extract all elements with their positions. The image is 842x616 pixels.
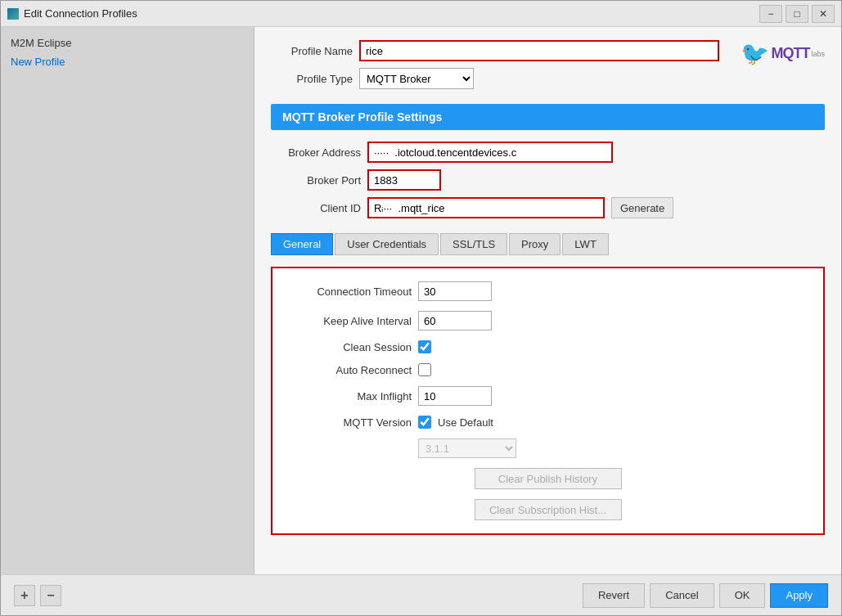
broker-section: Broker Address Broker Port Client ID Gen… [271,142,825,218]
generate-button[interactable]: Generate [611,197,673,218]
auto-reconnect-checkbox[interactable] [418,363,431,376]
connection-timeout-row: Connection Timeout [289,281,807,301]
sidebar: M2M Eclipse New Profile [1,27,254,574]
mqtt-bird-icon: 🐦 [741,40,769,67]
clear-subscription-row: Clear Subscription Hist... [289,499,807,520]
apply-button[interactable]: Apply [770,583,828,608]
sidebar-item-new-profile[interactable]: New Profile [1,52,254,71]
remove-profile-button[interactable]: − [40,585,61,606]
revert-button[interactable]: Revert [583,583,645,608]
profile-type-label: Profile Type [271,73,353,85]
maximize-button[interactable]: □ [786,5,808,23]
keep-alive-label: Keep Alive Interval [289,315,412,327]
max-inflight-row: Max Inflight [289,386,807,406]
client-id-row: Client ID Generate [271,197,825,218]
mqtt-version-select[interactable]: 3.1.1 [418,438,516,458]
auto-reconnect-label: Auto Reconnect [289,364,412,376]
ok-button[interactable]: OK [719,583,766,608]
tabs-row: General User Credentials SSL/TLS Proxy L… [271,233,825,255]
connection-timeout-input[interactable] [418,281,492,301]
minimize-button[interactable]: − [759,5,782,23]
broker-address-row: Broker Address [271,142,825,163]
window-controls: − □ ✕ [759,5,835,23]
profile-type-row: Profile Type MQTT Broker [271,68,825,89]
tab-ssl-tls[interactable]: SSL/TLS [440,233,507,255]
bottom-bar: + − Revert Cancel OK Apply [1,574,841,615]
clear-publish-button[interactable]: Clear Publish History [475,468,622,489]
sidebar-item-m2m-eclipse[interactable]: M2M Eclipse [1,34,254,52]
mqtt-version-select-row: 3.1.1 [289,438,807,458]
mqtt-version-label: MQTT Version [289,416,412,429]
clean-session-label: Clean Session [289,341,412,353]
add-profile-button[interactable]: + [14,585,35,606]
mqtt-version-use-default-label: Use Default [438,416,493,429]
profile-name-input[interactable] [359,40,719,61]
keep-alive-row: Keep Alive Interval [289,311,807,330]
window-title: Edit Connection Profiles [24,7,759,20]
mqtt-version-row: MQTT Version Use Default [289,416,807,429]
broker-port-label: Broker Port [271,174,361,187]
max-inflight-label: Max Inflight [289,390,412,402]
main-panel: Profile Name Profile Type MQTT Broker 🐦 … [254,27,841,574]
main-window: Edit Connection Profiles − □ ✕ M2M Eclip… [0,0,842,616]
broker-port-row: Broker Port [271,169,825,191]
clear-publish-row: Clear Publish History [289,468,807,489]
broker-address-input[interactable] [367,142,613,163]
broker-section-header: MQTT Broker Profile Settings [271,104,825,130]
title-bar: Edit Connection Profiles − □ ✕ [1,1,841,27]
tab-general[interactable]: General [271,233,333,255]
mqtt-logo: 🐦 MQTT labs [741,40,825,67]
connection-timeout-label: Connection Timeout [289,286,412,298]
profile-type-select[interactable]: MQTT Broker [359,68,474,89]
clean-session-checkbox[interactable] [418,340,431,353]
auto-reconnect-row: Auto Reconnect [289,363,807,376]
broker-address-label: Broker Address [271,146,361,159]
window-icon [7,8,19,20]
tab-lwt[interactable]: LWT [562,233,608,255]
general-settings-box: Connection Timeout Keep Alive Interval C… [271,267,825,535]
bottom-right-controls: Revert Cancel OK Apply [583,583,828,608]
client-id-input[interactable] [367,197,605,218]
profile-header: Profile Name Profile Type MQTT Broker 🐦 … [271,40,825,89]
keep-alive-input[interactable] [418,311,492,330]
tab-user-credentials[interactable]: User Credentials [335,233,439,255]
clean-session-row: Clean Session [289,340,807,353]
tab-proxy[interactable]: Proxy [509,233,561,255]
max-inflight-input[interactable] [418,386,492,406]
mqtt-version-use-default-checkbox[interactable] [418,416,431,429]
bottom-left-controls: + − [14,585,61,606]
client-id-label: Client ID [271,202,361,214]
broker-port-input[interactable] [367,169,441,191]
close-button[interactable]: ✕ [812,5,835,23]
mqtt-logo-sub: labs [811,50,825,58]
cancel-button[interactable]: Cancel [650,583,714,608]
content-area: M2M Eclipse New Profile Profile Name Pro… [1,27,841,574]
profile-name-label: Profile Name [271,45,353,57]
clear-subscription-button[interactable]: Clear Subscription Hist... [475,499,622,520]
mqtt-logo-text: MQTT [771,45,809,62]
